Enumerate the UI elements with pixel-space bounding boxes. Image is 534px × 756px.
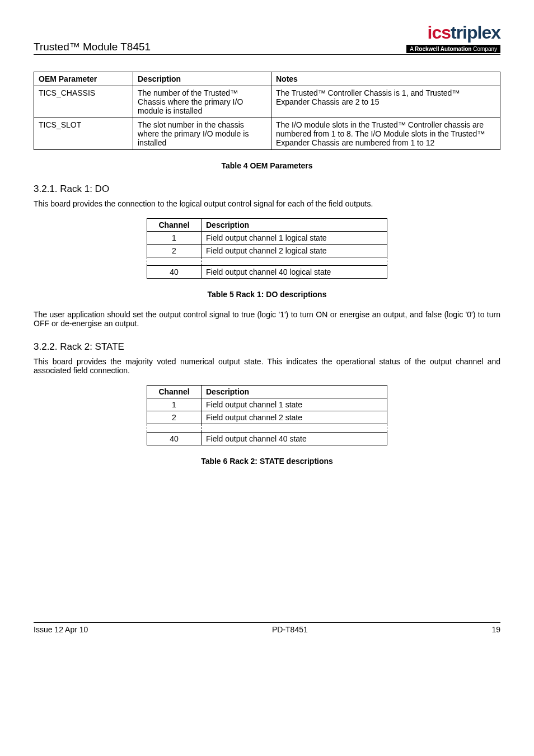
intro-rack2: This board provides the majority voted n… xyxy=(34,357,500,375)
col-channel: Channel xyxy=(147,219,202,232)
table-row: 2 Field output channel 2 state xyxy=(147,411,387,424)
table-row: TICS_SLOT The slot number in the chassis… xyxy=(34,118,500,150)
footer-pagenum: 19 xyxy=(491,625,500,634)
caption-table-6: Table 6 Rack 2: STATE descriptions xyxy=(34,457,500,466)
oem-parameters-table: OEM Parameter Description Notes TICS_CHA… xyxy=(34,72,500,150)
rack2-state-table: Channel Description 1 Field output chann… xyxy=(147,385,387,445)
header-module-title: Trusted™ Module T8451 xyxy=(34,41,151,53)
table-row: TICS_CHASSIS The number of the Trusted™ … xyxy=(34,86,500,118)
table-row: 40 Field output channel 40 state xyxy=(147,433,387,445)
brand-logo: icstriplex A Rockwell Automation Company xyxy=(406,22,500,53)
table-gap-row xyxy=(147,257,387,266)
col-description: Description xyxy=(202,386,387,398)
oem-col-param: OEM Parameter xyxy=(34,72,133,86)
footer-docnum: PD-T8451 xyxy=(272,625,308,634)
logo-triplex: triplex xyxy=(451,22,500,43)
page-footer: Issue 12 Apr 10 PD-T8451 19 xyxy=(34,622,500,634)
heading-rack1-do: 3.2.1. Rack 1: DO xyxy=(34,184,500,195)
oem-col-desc: Description xyxy=(133,72,271,86)
oem-col-notes: Notes xyxy=(271,72,500,86)
followup-rack1: The user application should set the outp… xyxy=(34,310,500,328)
col-channel: Channel xyxy=(147,386,202,398)
heading-rack2-state: 3.2.2. Rack 2: STATE xyxy=(34,341,500,353)
page-header: Trusted™ Module T8451 icstriplex A Rockw… xyxy=(34,22,500,55)
table-row: 1 Field output channel 1 logical state xyxy=(147,232,387,245)
intro-rack1: This board provides the connection to th… xyxy=(34,199,500,208)
table-row: 40 Field output channel 40 logical state xyxy=(147,266,387,279)
table-row: 1 Field output channel 1 state xyxy=(147,398,387,411)
rack1-do-table: Channel Description 1 Field output chann… xyxy=(147,218,387,279)
logo-ics: ics xyxy=(427,22,450,43)
footer-issue: Issue 12 Apr 10 xyxy=(34,625,88,634)
logo-subtext: A Rockwell Automation Company xyxy=(406,45,500,53)
caption-table-5: Table 5 Rack 1: DO descriptions xyxy=(34,290,500,299)
table-gap-row xyxy=(147,424,387,433)
table-row: 2 Field output channel 2 logical state xyxy=(147,245,387,257)
col-description: Description xyxy=(202,219,387,232)
caption-table-4: Table 4 OEM Parameters xyxy=(34,161,500,170)
